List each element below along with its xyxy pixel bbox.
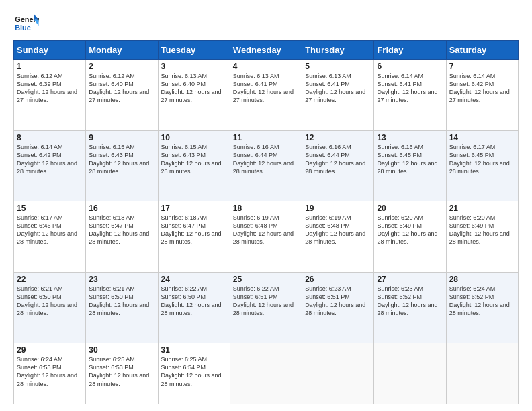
calendar-cell: 2Sunrise: 6:12 AMSunset: 6:40 PMDaylight… [86, 60, 158, 131]
calendar-cell: 13Sunrise: 6:16 AMSunset: 6:45 PMDayligh… [374, 130, 446, 201]
calendar-cell: 10Sunrise: 6:15 AMSunset: 6:43 PMDayligh… [158, 130, 230, 201]
day-detail: Sunrise: 6:16 AMSunset: 6:45 PMDaylight:… [377, 143, 443, 176]
day-detail: Sunrise: 6:21 AMSunset: 6:50 PMDaylight:… [89, 285, 154, 318]
calendar-week-row: 8Sunrise: 6:14 AMSunset: 6:42 PMDaylight… [14, 130, 519, 201]
day-number: 21 [449, 203, 515, 213]
day-number: 7 [449, 62, 515, 71]
day-number: 8 [17, 133, 83, 142]
calendar-col-header: Sunday [14, 41, 86, 60]
day-number: 11 [233, 133, 299, 142]
day-detail: Sunrise: 6:19 AMSunset: 6:48 PMDaylight:… [233, 214, 299, 246]
calendar-cell: 5Sunrise: 6:13 AMSunset: 6:41 PMDaylight… [302, 60, 374, 131]
day-detail: Sunrise: 6:14 AMSunset: 6:42 PMDaylight:… [17, 143, 83, 176]
day-number: 31 [161, 345, 227, 355]
calendar-cell: 14Sunrise: 6:17 AMSunset: 6:45 PMDayligh… [446, 130, 518, 201]
day-number: 6 [377, 62, 443, 71]
calendar-cell [302, 343, 374, 404]
calendar-week-row: 22Sunrise: 6:21 AMSunset: 6:50 PMDayligh… [14, 272, 519, 343]
day-detail: Sunrise: 6:20 AMSunset: 6:49 PMDaylight:… [449, 214, 515, 246]
day-detail: Sunrise: 6:16 AMSunset: 6:44 PMDaylight:… [305, 143, 371, 176]
day-number: 25 [233, 275, 299, 284]
day-detail: Sunrise: 6:18 AMSunset: 6:47 PMDaylight:… [89, 214, 154, 246]
calendar-cell: 4Sunrise: 6:13 AMSunset: 6:41 PMDaylight… [230, 60, 302, 131]
calendar-cell: 31Sunrise: 6:25 AMSunset: 6:54 PMDayligh… [158, 343, 230, 404]
calendar-cell: 11Sunrise: 6:16 AMSunset: 6:44 PMDayligh… [230, 130, 302, 201]
day-number: 29 [17, 345, 83, 355]
day-detail: Sunrise: 6:17 AMSunset: 6:45 PMDaylight:… [449, 143, 515, 176]
calendar-cell: 6Sunrise: 6:14 AMSunset: 6:41 PMDaylight… [374, 60, 446, 131]
day-number: 12 [305, 133, 371, 142]
svg-text:Blue: Blue [15, 24, 31, 32]
day-number: 26 [305, 275, 371, 284]
day-number: 1 [17, 62, 83, 71]
day-number: 22 [17, 275, 83, 284]
calendar-cell: 28Sunrise: 6:24 AMSunset: 6:52 PMDayligh… [446, 272, 518, 343]
day-detail: Sunrise: 6:25 AMSunset: 6:54 PMDaylight:… [161, 355, 227, 388]
calendar-cell: 8Sunrise: 6:14 AMSunset: 6:42 PMDaylight… [14, 130, 86, 201]
logo-icon: General Blue [13, 12, 39, 34]
day-detail: Sunrise: 6:13 AMSunset: 6:40 PMDaylight:… [161, 72, 227, 105]
calendar-week-row: 15Sunrise: 6:17 AMSunset: 6:46 PMDayligh… [14, 201, 519, 273]
calendar-cell: 9Sunrise: 6:15 AMSunset: 6:43 PMDaylight… [86, 130, 158, 201]
calendar-cell: 29Sunrise: 6:24 AMSunset: 6:53 PMDayligh… [14, 343, 86, 404]
calendar-cell: 20Sunrise: 6:20 AMSunset: 6:49 PMDayligh… [374, 201, 446, 273]
calendar-cell: 24Sunrise: 6:22 AMSunset: 6:50 PMDayligh… [158, 272, 230, 343]
page: General Blue SundayMondayTuesdayWednesda… [0, 0, 532, 411]
day-detail: Sunrise: 6:14 AMSunset: 6:42 PMDaylight:… [449, 72, 515, 105]
calendar-col-header: Thursday [302, 41, 374, 60]
day-detail: Sunrise: 6:21 AMSunset: 6:50 PMDaylight:… [17, 285, 83, 318]
logo: General Blue [13, 12, 39, 34]
calendar-cell: 12Sunrise: 6:16 AMSunset: 6:44 PMDayligh… [302, 130, 374, 201]
calendar-week-row: 1Sunrise: 6:12 AMSunset: 6:39 PMDaylight… [14, 60, 519, 131]
calendar-cell: 7Sunrise: 6:14 AMSunset: 6:42 PMDaylight… [446, 60, 518, 131]
day-number: 4 [233, 62, 299, 71]
header: General Blue [13, 12, 519, 34]
day-detail: Sunrise: 6:14 AMSunset: 6:41 PMDaylight:… [377, 72, 443, 105]
day-detail: Sunrise: 6:15 AMSunset: 6:43 PMDaylight:… [89, 143, 154, 176]
calendar-cell [446, 343, 518, 404]
calendar-cell: 30Sunrise: 6:25 AMSunset: 6:53 PMDayligh… [86, 343, 158, 404]
day-number: 9 [89, 133, 154, 142]
calendar-cell: 15Sunrise: 6:17 AMSunset: 6:46 PMDayligh… [14, 201, 86, 273]
calendar-cell: 1Sunrise: 6:12 AMSunset: 6:39 PMDaylight… [14, 60, 86, 131]
day-detail: Sunrise: 6:24 AMSunset: 6:52 PMDaylight:… [449, 285, 515, 318]
calendar-cell: 22Sunrise: 6:21 AMSunset: 6:50 PMDayligh… [14, 272, 86, 343]
day-detail: Sunrise: 6:16 AMSunset: 6:44 PMDaylight:… [233, 143, 299, 176]
calendar-header-row: SundayMondayTuesdayWednesdayThursdayFrid… [14, 41, 519, 60]
day-detail: Sunrise: 6:15 AMSunset: 6:43 PMDaylight:… [161, 143, 227, 176]
calendar-week-row: 29Sunrise: 6:24 AMSunset: 6:53 PMDayligh… [14, 343, 519, 404]
day-number: 5 [305, 62, 371, 71]
day-number: 28 [449, 275, 515, 284]
calendar-cell: 25Sunrise: 6:22 AMSunset: 6:51 PMDayligh… [230, 272, 302, 343]
day-number: 15 [17, 203, 83, 213]
day-detail: Sunrise: 6:13 AMSunset: 6:41 PMDaylight:… [305, 72, 371, 105]
day-detail: Sunrise: 6:13 AMSunset: 6:41 PMDaylight:… [233, 72, 299, 105]
calendar-cell: 19Sunrise: 6:19 AMSunset: 6:48 PMDayligh… [302, 201, 374, 273]
calendar-cell: 3Sunrise: 6:13 AMSunset: 6:40 PMDaylight… [158, 60, 230, 131]
day-number: 18 [233, 203, 299, 213]
day-detail: Sunrise: 6:12 AMSunset: 6:39 PMDaylight:… [17, 72, 83, 105]
day-detail: Sunrise: 6:22 AMSunset: 6:51 PMDaylight:… [233, 285, 299, 318]
calendar-col-header: Saturday [446, 41, 518, 60]
day-detail: Sunrise: 6:20 AMSunset: 6:49 PMDaylight:… [377, 214, 443, 246]
day-detail: Sunrise: 6:22 AMSunset: 6:50 PMDaylight:… [161, 285, 227, 318]
day-number: 10 [161, 133, 227, 142]
day-number: 20 [377, 203, 443, 213]
day-number: 19 [305, 203, 371, 213]
calendar-cell: 18Sunrise: 6:19 AMSunset: 6:48 PMDayligh… [230, 201, 302, 273]
day-number: 30 [89, 345, 154, 355]
calendar-cell: 26Sunrise: 6:23 AMSunset: 6:51 PMDayligh… [302, 272, 374, 343]
day-detail: Sunrise: 6:25 AMSunset: 6:53 PMDaylight:… [89, 355, 154, 388]
day-number: 17 [161, 203, 227, 213]
day-number: 13 [377, 133, 443, 142]
calendar-col-header: Monday [86, 41, 158, 60]
day-number: 24 [161, 275, 227, 284]
calendar-cell [374, 343, 446, 404]
day-number: 23 [89, 275, 154, 284]
calendar-cell [230, 343, 302, 404]
calendar-table: SundayMondayTuesdayWednesdayThursdayFrid… [13, 40, 519, 404]
day-detail: Sunrise: 6:18 AMSunset: 6:47 PMDaylight:… [161, 214, 227, 246]
day-detail: Sunrise: 6:23 AMSunset: 6:52 PMDaylight:… [377, 285, 443, 318]
calendar-col-header: Wednesday [230, 41, 302, 60]
day-number: 14 [449, 133, 515, 142]
